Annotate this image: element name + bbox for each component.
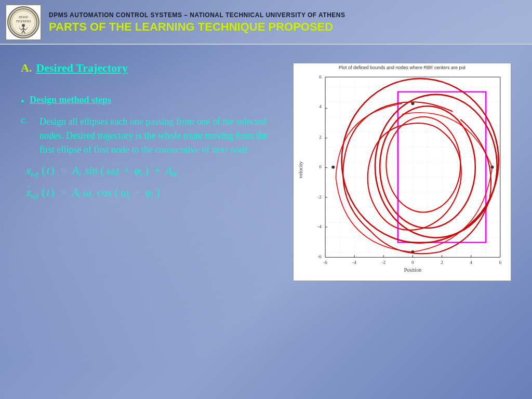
svg-text:-6: -6	[323, 260, 327, 265]
svg-text:-6: -6	[317, 254, 322, 259]
formula1: xref (t) = Ai sin ( ωit + φi ) + A0i	[26, 164, 277, 179]
chart-container: Plot of defined bounds and nodes where R…	[293, 63, 511, 281]
svg-text:4: 4	[319, 104, 322, 109]
desc-text: Design all ellipses each one passing fro…	[39, 115, 277, 157]
institution-name: DPMS AUTOMATION CONTROL SYSTEMS – NATION…	[49, 11, 345, 19]
main-content: A. Desired Trajectory • Design method st…	[0, 45, 532, 286]
chart-title: Plot of defined bounds and nodes where R…	[294, 63, 511, 72]
formula1-text: xref (t) = Ai sin ( ωit + φi ) + A0i	[26, 164, 177, 179]
university-logo: ΠΟΛY TEXNEIO	[7, 6, 39, 38]
svg-text:6: 6	[319, 74, 322, 79]
formula2: xref (t) = Ai ωi cos ( ωi + φi )	[26, 186, 277, 201]
header: ΠΟΛY TEXNEIO DPMS AUTOMATION CONTROL SYS…	[0, 0, 532, 45]
section-heading-row: A. Desired Trajectory	[21, 56, 277, 84]
svg-text:-2: -2	[317, 194, 322, 200]
slide-main-title: PARTS OF THE LEARNING TECHNIQUE PROPOSED	[49, 20, 345, 34]
bullet-icon: •	[21, 96, 24, 108]
svg-text:2: 2	[319, 135, 322, 140]
chart-svg: 6 4 2 0 -2 -4 -6 -6 -4 -2 0 2 4	[294, 72, 511, 278]
svg-text:velocity: velocity	[298, 161, 303, 178]
right-panel: Plot of defined bounds and nodes where R…	[293, 55, 516, 281]
svg-point-42	[490, 166, 494, 169]
x-dot-symbol: x	[26, 186, 31, 199]
svg-text:TEXNEIO: TEXNEIO	[16, 19, 31, 23]
svg-text:-4: -4	[352, 260, 356, 265]
desc-label-c: c.	[21, 115, 31, 126]
design-method-steps-label: Design method steps	[30, 95, 111, 105]
chart-svg-area: 6 4 2 0 -2 -4 -6 -6 -4 -2 0 2 4	[294, 72, 511, 278]
slide: ΠΟΛY TEXNEIO DPMS AUTOMATION CONTROL SYS…	[0, 0, 532, 399]
section-heading: Desired Trajectory	[36, 61, 128, 75]
svg-text:2: 2	[441, 260, 443, 265]
svg-point-4	[22, 24, 25, 27]
svg-text:4: 4	[470, 260, 472, 265]
svg-text:ΠΟΛY: ΠΟΛY	[18, 15, 29, 19]
logo-box: ΠΟΛY TEXNEIO	[5, 4, 42, 41]
formula2-text: xref (t) = Ai ωi cos ( ωi + φi )	[26, 186, 159, 201]
svg-text:0: 0	[411, 260, 414, 265]
svg-text:-4: -4	[317, 224, 322, 229]
svg-text:Position: Position	[404, 267, 421, 273]
svg-point-44	[331, 166, 335, 169]
svg-text:6: 6	[499, 260, 501, 265]
section-label: A.	[21, 61, 32, 75]
bullet-item: • Design method steps	[21, 95, 277, 108]
header-text-block: DPMS AUTOMATION CONTROL SYSTEMS – NATION…	[49, 11, 345, 34]
desc-item: c. Design all ellipses each one passing …	[21, 115, 277, 157]
left-panel: A. Desired Trajectory • Design method st…	[21, 50, 283, 281]
svg-text:-2: -2	[381, 260, 385, 265]
svg-text:0: 0	[319, 164, 322, 169]
